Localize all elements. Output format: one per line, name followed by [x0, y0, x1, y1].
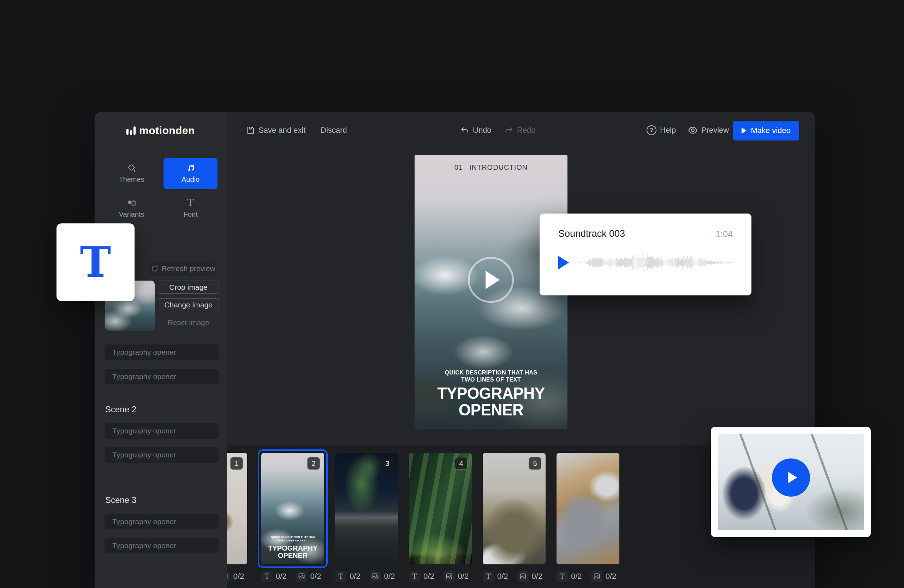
font-style-card[interactable]: T [57, 224, 134, 301]
preview-main-title: TYPOGRAPHY OPENER [418, 385, 565, 418]
image-count: 0/2 [458, 572, 469, 581]
scene2-heading: Scene 2 [105, 405, 136, 415]
font-specimen-t: T [80, 241, 111, 283]
text-count: 0/2 [424, 572, 435, 581]
scene3-heading: Scene 3 [105, 495, 136, 505]
crop-image-label: Crop image [169, 283, 208, 292]
thumbnail-image-2[interactable]: 2 QUICK DESCRIPTION THAT HASTWO LINES OF… [261, 453, 324, 564]
thumbnail-counters: T0/2 0/2 [409, 571, 472, 582]
title-line-2: OPENER [418, 402, 565, 418]
thumbnail-title: TYPOGRAPHYOPENER [261, 545, 324, 560]
image-count-icon [370, 571, 381, 582]
sidebar-item-themes[interactable]: Themes [104, 158, 158, 189]
image-count: 0/2 [605, 572, 616, 581]
discard-button[interactable]: Discard [321, 122, 347, 138]
scene-thumbnail-2-selected[interactable]: 2 QUICK DESCRIPTION THAT HASTWO LINES OF… [261, 453, 324, 582]
thumbnail-counters: T0/2 0/2 [227, 571, 247, 582]
sidebar-item-audio[interactable]: Audio [163, 158, 218, 189]
preview-button[interactable]: Preview [688, 122, 729, 138]
image-count: 0/2 [384, 572, 395, 581]
text-count-icon: T [556, 571, 568, 582]
text-count: 0/2 [497, 572, 508, 581]
sidebar-item-variants[interactable]: Variants [104, 193, 158, 224]
save-and-exit-button[interactable]: Save and exit [247, 122, 305, 138]
thumbnail-counters: T0/2 0/2 [556, 571, 620, 582]
save-and-exit-label: Save and exit [259, 126, 305, 135]
scene2-text-input-1[interactable] [104, 423, 219, 439]
undo-arrow-icon [460, 126, 469, 135]
undo-button[interactable]: Undo [460, 122, 492, 138]
logo-text: motionden [139, 125, 195, 137]
thumbnail-description: QUICK DESCRIPTION THAT HASTWO LINES OF T… [261, 535, 324, 542]
soundtrack-card[interactable]: Soundtrack 003 1:04 [540, 214, 751, 295]
discard-label: Discard [321, 126, 347, 135]
image-count-icon [444, 571, 455, 582]
scene1-text-input-1[interactable] [104, 344, 219, 360]
play-triangle-icon [788, 471, 797, 484]
music-note-icon [186, 163, 195, 173]
sidebar: motionden Themes Audio [95, 112, 227, 588]
scene-name: INTRODUCTION [469, 163, 528, 171]
redo-button[interactable]: Redo [504, 122, 536, 138]
sidebar-item-label: Audio [182, 175, 199, 183]
thumbnail-number-badge: 5 [529, 457, 541, 470]
soundtrack-play-button[interactable] [558, 256, 569, 269]
thumbnail-image-4[interactable]: 4 [409, 453, 472, 564]
preview-play-button[interactable] [468, 257, 514, 303]
save-icon [247, 126, 255, 134]
text-count-icon: T [483, 571, 494, 582]
make-video-button[interactable]: Make video [733, 121, 799, 140]
thumbnail-counters: T0/2 0/2 [335, 571, 398, 582]
thumbnail-number-badge: 3 [381, 457, 394, 470]
app-logo: motionden [95, 123, 227, 138]
tutorial-video-card[interactable] [711, 427, 871, 537]
app-window: motionden Themes Audio [95, 112, 815, 588]
help-icon: ? [646, 125, 656, 135]
play-icon [741, 128, 746, 134]
scene-thumbnail-1[interactable]: 1 T0/2 0/2 [227, 453, 247, 582]
thumbnail-image-5[interactable]: 5 [483, 453, 545, 564]
crop-image-button[interactable]: Crop image [158, 281, 219, 294]
play-triangle-icon [485, 271, 500, 289]
scene3-text-input-2[interactable] [104, 538, 219, 553]
thumbnail-counters: T0/2 0/2 [483, 571, 545, 582]
text-count-icon: T [261, 571, 273, 582]
make-video-label: Make video [751, 126, 791, 135]
sidebar-item-label: Themes [119, 175, 144, 183]
preview-label: Preview [701, 126, 729, 135]
scene3-text-input-1[interactable] [104, 514, 219, 530]
help-button[interactable]: ? Help [646, 122, 676, 138]
thumbnail-image-6[interactable] [556, 453, 620, 564]
reset-image-button[interactable]: Reset image [158, 318, 219, 327]
title-line-1: TYPOGRAPHY [418, 385, 565, 402]
image-count-icon [591, 571, 602, 582]
audio-waveform[interactable] [578, 246, 734, 279]
undo-label: Undo [473, 126, 492, 135]
change-image-button[interactable]: Change image [158, 298, 219, 311]
text-count: 0/2 [276, 572, 287, 581]
sidebar-item-font[interactable]: T Font [163, 193, 218, 224]
scene-thumbnail-3[interactable]: 3 T0/2 0/2 [335, 453, 398, 582]
text-count-icon: T [335, 571, 346, 582]
description-line-1: QUICK DESCRIPTION THAT HAS [414, 369, 567, 376]
tutorial-play-button[interactable] [772, 459, 810, 497]
thumbnail-number-badge: 2 [307, 457, 320, 470]
page-background: motionden Themes Audio [0, 0, 904, 588]
preview-scene-title: 01INTRODUCTION [414, 163, 567, 172]
scene-thumbnail-4[interactable]: 4 T0/2 0/2 [409, 453, 472, 582]
font-t-icon: T [187, 199, 194, 208]
refresh-preview-button[interactable]: Refresh preview [150, 261, 216, 276]
scene2-text-input-2[interactable] [104, 447, 219, 463]
text-count: 0/2 [571, 572, 582, 581]
image-count-icon [227, 571, 230, 582]
eye-icon [688, 125, 698, 135]
scene-thumbnail-6[interactable]: T0/2 0/2 [556, 453, 620, 582]
scene-thumbnail-5[interactable]: 5 T0/2 0/2 [483, 453, 545, 582]
scene1-text-input-2[interactable] [104, 369, 219, 385]
soundtrack-duration: 1:04 [716, 229, 733, 239]
image-count: 0/2 [532, 572, 543, 581]
thumbnail-image-3[interactable]: 3 [335, 453, 398, 564]
thumbnail-image-1[interactable]: 1 [227, 453, 247, 564]
soundtrack-title: Soundtrack 003 [558, 229, 625, 239]
logo-bars-icon [126, 126, 136, 135]
